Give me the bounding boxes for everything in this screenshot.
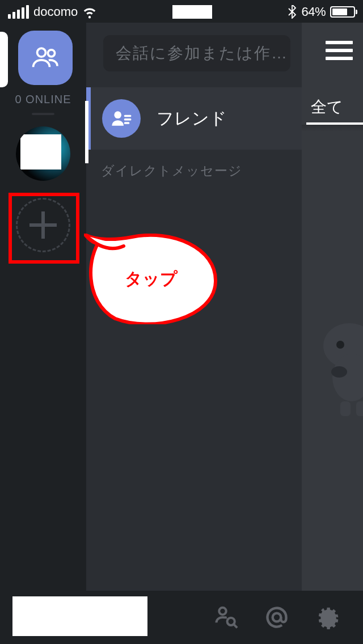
svg-rect-11 — [356, 401, 363, 416]
right-peek-panel[interactable]: 全て — [301, 23, 363, 644]
hamburger-icon[interactable] — [326, 41, 353, 60]
dm-section-label: ダイレクトメッセージ — [86, 150, 302, 180]
battery-percent: 64% — [301, 5, 326, 19]
settings-gear-icon[interactable] — [315, 605, 340, 630]
svg-rect-5 — [124, 122, 130, 124]
svg-rect-10 — [340, 401, 351, 416]
friends-row[interactable]: フレンド — [86, 87, 302, 150]
right-panel-shadow — [302, 125, 363, 132]
svg-point-13 — [227, 618, 235, 625]
people-icon — [29, 42, 61, 74]
svg-point-14 — [273, 613, 281, 622]
person-list-icon — [111, 108, 132, 129]
friends-avatar — [102, 99, 141, 138]
plus-icon — [29, 211, 57, 239]
wumpus-icon — [301, 317, 363, 420]
user-block-placeholder[interactable] — [12, 596, 147, 636]
conversation-search-placeholder: 会話に参加または作… — [116, 43, 288, 64]
cell-signal-icon — [8, 5, 29, 19]
svg-point-7 — [336, 341, 344, 349]
right-tab-all[interactable]: 全て — [311, 96, 363, 126]
server-avatar-mask — [20, 134, 61, 170]
add-server-button[interactable] — [16, 198, 70, 252]
active-pill-indicator — [0, 32, 8, 87]
status-bar: docomo 64% — [0, 0, 363, 23]
dm-home-button[interactable] — [18, 31, 73, 85]
selected-row-indicator — [85, 101, 88, 163]
conversation-search[interactable]: 会話に参加または作… — [103, 35, 290, 71]
svg-rect-3 — [124, 115, 132, 117]
svg-point-2 — [114, 111, 121, 118]
channel-column: 会話に参加または作… フレンド ダイレクトメッセージ — [86, 23, 302, 593]
svg-point-0 — [37, 48, 46, 57]
carrier-label: docomo — [33, 5, 78, 19]
mentions-icon[interactable] — [264, 605, 289, 630]
clock-placeholder — [172, 5, 212, 19]
battery-icon — [330, 6, 355, 18]
friends-label: フレンド — [157, 107, 227, 130]
online-count: 0 ONLINE — [15, 93, 71, 106]
rail-separator — [32, 113, 54, 115]
wifi-icon — [82, 5, 97, 19]
server-avatar[interactable] — [16, 126, 70, 181]
svg-rect-4 — [124, 118, 132, 120]
friends-search-icon[interactable] — [213, 605, 238, 630]
svg-point-1 — [48, 50, 54, 57]
bluetooth-icon — [288, 5, 297, 19]
server-rail: 0 ONLINE — [0, 23, 86, 644]
svg-point-9 — [331, 366, 347, 378]
svg-point-12 — [219, 608, 226, 615]
